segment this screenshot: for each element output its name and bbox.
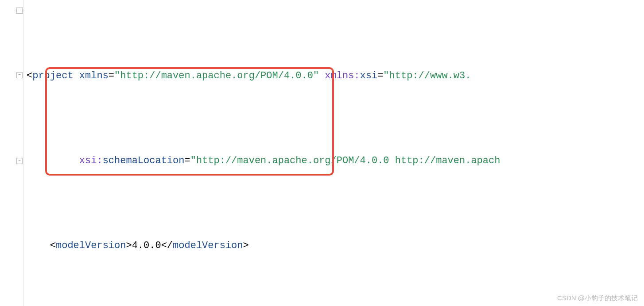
fold-icon[interactable] bbox=[16, 72, 23, 78]
code-line: <modelVersion>4.0.0</modelVersion> bbox=[27, 235, 644, 256]
code-line: <project xmlns="http://maven.apache.org/… bbox=[27, 65, 644, 87]
code-editor: <project xmlns="http://maven.apache.org/… bbox=[0, 0, 644, 306]
gutter bbox=[0, 0, 24, 306]
fold-icon[interactable] bbox=[16, 158, 23, 164]
watermark: CSDN @小豹子的技术笔记 bbox=[557, 294, 638, 302]
code-area[interactable]: <project xmlns="http://maven.apache.org/… bbox=[24, 0, 644, 306]
fold-icon[interactable] bbox=[16, 8, 23, 14]
code-line: xsi:schemaLocation="http://maven.apache.… bbox=[27, 150, 644, 172]
